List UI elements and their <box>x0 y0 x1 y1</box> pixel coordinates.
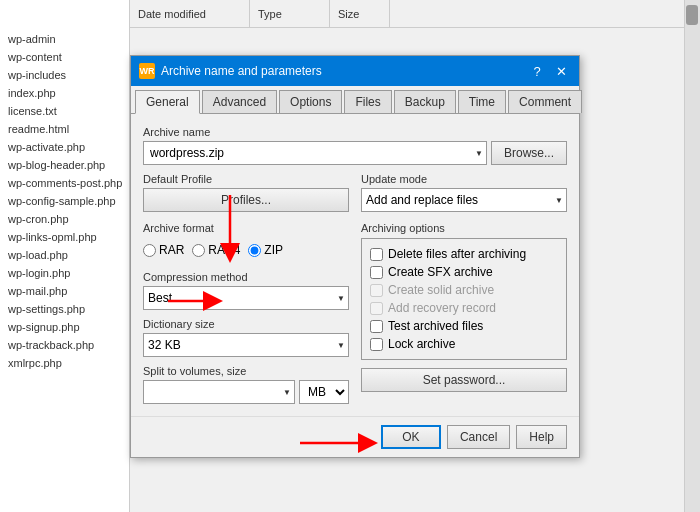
dialog-title: Archive name and parameters <box>161 64 322 78</box>
dictionary-label: Dictionary size <box>143 318 349 330</box>
scrollbar[interactable] <box>684 0 700 512</box>
archive-format-group: RAR RAR4 ZIP <box>143 237 349 263</box>
sidebar-item-wp-login[interactable]: wp-login.php <box>0 264 129 282</box>
archive-name-row: Browse... <box>143 141 567 165</box>
right-column: Update mode Add and replace files Archiv… <box>361 173 567 404</box>
archive-name-label: Archive name <box>143 126 567 138</box>
checkbox-solid[interactable] <box>370 284 383 297</box>
sidebar-item-wp-cron[interactable]: wp-cron.php <box>0 210 129 228</box>
sidebar-item-wp-load[interactable]: wp-load.php <box>0 246 129 264</box>
checkbox-solid-text: Create solid archive <box>388 283 494 297</box>
update-mode-label: Update mode <box>361 173 567 185</box>
dictionary-select[interactable]: 32 KB <box>143 333 349 357</box>
sidebar-item-wp-settings[interactable]: wp-settings.php <box>0 300 129 318</box>
checkbox-lock-text: Lock archive <box>388 337 455 351</box>
checkbox-lock[interactable] <box>370 338 383 351</box>
radio-rar4[interactable] <box>192 244 205 257</box>
checkbox-delete-text: Delete files after archiving <box>388 247 526 261</box>
split-input[interactable] <box>143 380 295 404</box>
radio-rar4-text: RAR4 <box>208 243 240 257</box>
archive-format-label: Archive format <box>143 222 349 234</box>
tab-options[interactable]: Options <box>279 90 342 113</box>
profiles-button[interactable]: Profiles... <box>143 188 349 212</box>
sidebar-item-license[interactable]: license.txt <box>0 102 129 120</box>
checkbox-recovery-text: Add recovery record <box>388 301 496 315</box>
sidebar-item-wp-blog[interactable]: wp-blog-header.php <box>0 156 129 174</box>
checkbox-test[interactable] <box>370 320 383 333</box>
sidebar-item-wp-trackback[interactable]: wp-trackback.php <box>0 336 129 354</box>
checkbox-recovery[interactable] <box>370 302 383 315</box>
compression-select[interactable]: Best Fast Normal <box>143 286 349 310</box>
radio-rar-text: RAR <box>159 243 184 257</box>
dialog-tabs: General Advanced Options Files Backup Ti… <box>131 86 579 114</box>
archiving-options-box: Delete files after archiving Create SFX … <box>361 238 567 360</box>
sidebar-item-wp-content[interactable]: wp-content <box>0 48 129 66</box>
update-mode-wrapper: Add and replace files <box>361 188 567 212</box>
split-row: MB KB <box>143 380 349 404</box>
browse-button[interactable]: Browse... <box>491 141 567 165</box>
left-column: Default Profile Profiles... Archive form… <box>143 173 349 404</box>
checkbox-group: Delete files after archiving Create SFX … <box>370 247 558 351</box>
radio-zip[interactable] <box>248 244 261 257</box>
archive-dialog: WR Archive name and parameters ? ✕ Gener… <box>130 55 580 458</box>
dialog-body: Archive name Browse... Default Profile P… <box>131 114 579 416</box>
sidebar-item-index[interactable]: index.php <box>0 84 129 102</box>
col-type[interactable]: Type <box>250 0 330 27</box>
cancel-button[interactable]: Cancel <box>447 425 510 449</box>
close-button[interactable]: ✕ <box>551 62 571 80</box>
default-profile-label: Default Profile <box>143 173 349 185</box>
sidebar-item-readme[interactable]: readme.html <box>0 120 129 138</box>
sidebar-item-wp-links[interactable]: wp-links-opml.php <box>0 228 129 246</box>
checkbox-sfx-label[interactable]: Create SFX archive <box>370 265 558 279</box>
checkbox-test-text: Test archived files <box>388 319 483 333</box>
dialog-titlebar: WR Archive name and parameters ? ✕ <box>131 56 579 86</box>
update-mode-select[interactable]: Add and replace files <box>361 188 567 212</box>
tab-backup[interactable]: Backup <box>394 90 456 113</box>
sidebar-item-wp-signup[interactable]: wp-signup.php <box>0 318 129 336</box>
scrollbar-thumb[interactable] <box>686 5 698 25</box>
tab-general[interactable]: General <box>135 90 200 114</box>
split-label: Split to volumes, size <box>143 365 349 377</box>
help-button[interactable]: Help <box>516 425 567 449</box>
checkbox-test-label[interactable]: Test archived files <box>370 319 558 333</box>
radio-zip-label[interactable]: ZIP <box>248 243 283 257</box>
checkbox-sfx-text: Create SFX archive <box>388 265 493 279</box>
help-icon-button[interactable]: ? <box>527 62 547 80</box>
dictionary-wrapper: 32 KB <box>143 333 349 357</box>
winrar-icon: WR <box>139 63 155 79</box>
col-date[interactable]: Date modified <box>130 0 250 27</box>
checkbox-sfx[interactable] <box>370 266 383 279</box>
split-unit-select[interactable]: MB KB <box>299 380 349 404</box>
checkbox-delete-label[interactable]: Delete files after archiving <box>370 247 558 261</box>
archive-name-input[interactable] <box>143 141 487 165</box>
tab-advanced[interactable]: Advanced <box>202 90 277 113</box>
set-password-wrapper: Set password... <box>361 368 567 392</box>
checkbox-delete[interactable] <box>370 248 383 261</box>
sidebar-item-wp-activate[interactable]: wp-activate.php <box>0 138 129 156</box>
radio-rar-label[interactable]: RAR <box>143 243 184 257</box>
checkbox-lock-label[interactable]: Lock archive <box>370 337 558 351</box>
radio-rar[interactable] <box>143 244 156 257</box>
sidebar-item-wp-admin[interactable]: wp-admin <box>0 30 129 48</box>
explorer-column-headers: Date modified Type Size <box>130 0 700 28</box>
radio-zip-text: ZIP <box>264 243 283 257</box>
sidebar-item-wp-comments[interactable]: wp-comments-post.php <box>0 174 129 192</box>
sidebar-item-wp-mail[interactable]: wp-mail.php <box>0 282 129 300</box>
sidebar-item-wp-config[interactable]: wp-config-sample.php <box>0 192 129 210</box>
checkbox-solid-label[interactable]: Create solid archive <box>370 283 558 297</box>
sidebar-item-wp-includes[interactable]: wp-includes <box>0 66 129 84</box>
tab-comment[interactable]: Comment <box>508 90 582 113</box>
ok-button[interactable]: OK <box>381 425 441 449</box>
titlebar-buttons: ? ✕ <box>527 62 571 80</box>
sidebar-item-xmlrpc[interactable]: xmlrpc.php <box>0 354 129 372</box>
tab-time[interactable]: Time <box>458 90 506 113</box>
set-password-button[interactable]: Set password... <box>361 368 567 392</box>
col-size[interactable]: Size <box>330 0 390 27</box>
tab-files[interactable]: Files <box>344 90 391 113</box>
two-column-layout: Default Profile Profiles... Archive form… <box>143 173 567 404</box>
archiving-options-label: Archiving options <box>361 222 567 234</box>
radio-rar4-label[interactable]: RAR4 <box>192 243 240 257</box>
checkbox-recovery-label[interactable]: Add recovery record <box>370 301 558 315</box>
titlebar-left: WR Archive name and parameters <box>139 63 322 79</box>
split-input-wrapper <box>143 380 295 404</box>
